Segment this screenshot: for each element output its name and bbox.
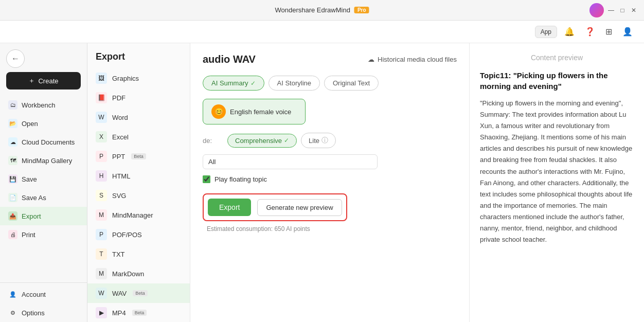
export-item-label: Word [112, 114, 128, 121]
help-icon[interactable]: ❓ [582, 26, 598, 38]
pdf-icon: 📕 [96, 92, 107, 103]
sidebar-item-workbench[interactable]: 🗂 Workbench [0, 96, 87, 114]
export-item-svg[interactable]: S SVG [87, 186, 190, 205]
tab-label: Original Text [333, 79, 370, 87]
detail-mode-row: de: Comprehensive ✓ Lite ⓘ [203, 133, 457, 148]
checkbox-row: Play floating topic [203, 175, 457, 183]
saveas-icon: 📄 [8, 193, 17, 202]
sidebar-item-export[interactable]: 📤 Export [0, 207, 87, 225]
export-button[interactable]: Export [208, 199, 251, 216]
lite-help-icon: ⓘ [321, 136, 328, 145]
preview-body-text: "Picking up flowers in the morning and e… [480, 98, 634, 245]
content-title: audio WAV [203, 53, 256, 65]
preview-panel-title: Content preview [480, 53, 634, 62]
print-icon: 🖨 [8, 230, 17, 239]
cloud-files-link[interactable]: ☁ Historical media cloud files [368, 56, 457, 63]
export-item-excel[interactable]: X Excel [87, 127, 190, 147]
tab-ai-storyline[interactable]: AI Storyline [269, 76, 320, 91]
pro-badge: Pro [354, 7, 369, 13]
back-button[interactable]: ← [6, 49, 25, 68]
export-item-pof[interactable]: P POF/POS [87, 225, 190, 244]
consumption-note: Estimated consumption: 650 AI points [203, 225, 457, 232]
titlebar: Wondershare EdrawMind Pro — □ ✕ [0, 0, 644, 21]
comprehensive-check-icon: ✓ [284, 137, 289, 144]
nav-label: Open [22, 120, 38, 128]
tab-label: AI Storyline [277, 79, 311, 87]
export-item-label: POF/POS [112, 231, 142, 239]
export-item-label: Excel [112, 133, 129, 141]
export-item-mp4[interactable]: ▶ MP4 Beta [87, 303, 190, 322]
sidebar-item-saveas[interactable]: 📄 Save As [0, 188, 87, 207]
export-item-wav[interactable]: W WAV Beta [87, 283, 190, 303]
sidebar-item-account[interactable]: 👤 Account [0, 285, 87, 303]
minimize-button[interactable]: — [607, 6, 615, 14]
export-item-html[interactable]: H HTML [87, 166, 190, 186]
export-item-txt[interactable]: T TXT [87, 244, 190, 264]
voice-avatar: 😊 [211, 104, 226, 119]
titlebar-controls: — □ ✕ [589, 3, 638, 17]
export-item-label: PDF [112, 94, 126, 102]
nav-label: Cloud Documents [22, 138, 75, 146]
detail-label: de: [203, 137, 223, 145]
user-avatar[interactable] [589, 3, 604, 17]
create-button[interactable]: ＋ Create [6, 72, 81, 90]
export-item-label: MarkDown [112, 270, 144, 278]
scope-row: All [203, 154, 457, 169]
export-item-mindmanager[interactable]: M MindManager [87, 205, 190, 225]
export-list-panel: Export 🖼 Graphics 📕 PDF W Word X Excel P… [87, 43, 190, 322]
ppt-icon: P [96, 151, 107, 162]
mode-label: Lite [309, 137, 319, 145]
nav-label: Save [22, 175, 37, 183]
ppt-beta-badge: Beta [131, 153, 146, 159]
export-item-graphics[interactable]: 🖼 Graphics [87, 68, 190, 88]
nav-label: Workbench [22, 101, 56, 109]
sidebar-item-cloud[interactable]: ☁ Cloud Documents [0, 133, 87, 151]
tab-ai-summary[interactable]: AI Summary ✓ [203, 76, 264, 91]
save-icon: 💾 [8, 174, 17, 184]
export-item-label: TXT [112, 251, 125, 258]
mode-tabs: Comprehensive ✓ Lite ⓘ [227, 133, 336, 148]
export-item-ppt[interactable]: P PPT Beta [87, 147, 190, 166]
options-icon: ⚙ [8, 308, 17, 317]
export-item-word[interactable]: W Word [87, 108, 190, 127]
excel-icon: X [96, 131, 107, 142]
sidebar-item-save[interactable]: 💾 Save [0, 170, 87, 188]
profile-icon[interactable]: 👤 [619, 26, 636, 38]
maximize-button[interactable]: □ [618, 6, 627, 14]
mode-label: Comprehensive [235, 137, 282, 145]
sidebar-item-mindmap[interactable]: 🗺 MindMap Gallery [0, 151, 87, 170]
export-item-label: PPT [112, 153, 125, 160]
sidebar-item-print[interactable]: 🖨 Print [0, 225, 87, 244]
mode-btn-comprehensive[interactable]: Comprehensive ✓ [227, 134, 297, 148]
account-icon: 👤 [8, 290, 17, 299]
play-floating-checkbox[interactable] [203, 175, 210, 183]
grid-icon[interactable]: ⊞ [602, 26, 615, 38]
sidebar-item-options[interactable]: ⚙ Options [0, 303, 87, 322]
tab-label: AI Summary [211, 79, 248, 87]
voice-selector[interactable]: 😊 English female voice [203, 99, 306, 124]
tabs-row: AI Summary ✓ AI Storyline Original Text [203, 76, 457, 91]
export-item-label: MP4 [112, 309, 126, 317]
cloud-icon: ☁ [8, 137, 17, 147]
svg-icon: S [96, 190, 107, 201]
bell-icon[interactable]: 🔔 [561, 26, 578, 38]
export-item-markdown[interactable]: M MarkDown [87, 264, 190, 283]
close-button[interactable]: ✕ [630, 6, 638, 14]
tab-original-text[interactable]: Original Text [324, 76, 379, 91]
main-layout: ← ＋ Create 🗂 Workbench 📂 Open ☁ Cloud Do… [0, 43, 644, 322]
export-item-pdf[interactable]: 📕 PDF [87, 88, 190, 108]
mp4-beta-badge: Beta [132, 310, 147, 316]
export-icon: 📤 [8, 211, 17, 221]
workbench-icon: 🗂 [8, 100, 17, 110]
nav-label: Save As [22, 194, 46, 202]
voice-label: English female voice [230, 108, 291, 116]
tab-check-icon: ✓ [251, 80, 256, 87]
app-button[interactable]: App [535, 26, 557, 38]
cloud-link-text: Historical media cloud files [378, 56, 457, 63]
sidebar-item-open[interactable]: 📂 Open [0, 114, 87, 133]
preview-panel: Content preview Topic11: "Picking up flo… [469, 43, 644, 322]
mode-btn-lite[interactable]: Lite ⓘ [301, 133, 336, 148]
export-item-label: MindManager [112, 211, 153, 219]
generate-preview-button[interactable]: Generate new preview [257, 199, 342, 216]
scope-select[interactable]: All [203, 154, 378, 169]
